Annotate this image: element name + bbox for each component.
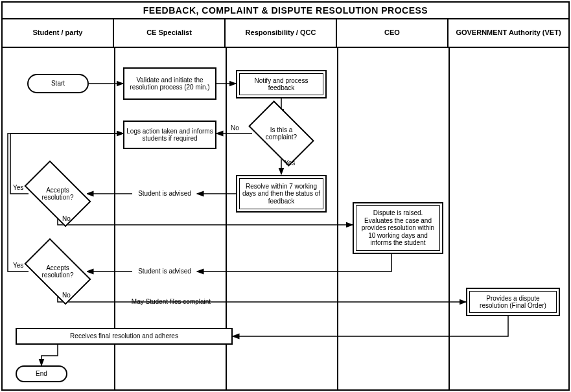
accept2-decision: Accepts resolution?: [29, 253, 87, 290]
gov-label: Provides a dispute resolution (Final Ord…: [469, 291, 557, 313]
accept1-label: Accepts resolution?: [30, 187, 85, 201]
gov-process: Provides a dispute resolution (Final Ord…: [466, 288, 560, 316]
edge-label-yes: Yes: [13, 262, 23, 269]
resolve-label: Resolve within 7 working days and then t…: [239, 178, 323, 209]
advise2-text: Student is advised: [132, 267, 197, 276]
is-complaint-decision: Is this a complaint?: [253, 115, 310, 152]
lane-student: Student / party: [3, 19, 114, 47]
resolve-process: Resolve within 7 working days and then t…: [236, 175, 327, 213]
accept2-label: Accepts resolution?: [30, 264, 85, 279]
lane-divider: [337, 48, 338, 389]
may-file-text: May Student files complaint: [119, 297, 223, 306]
ceo-process: Dispute is raised. Evaluates the case an…: [353, 202, 443, 254]
start-terminator: Start: [27, 74, 89, 93]
validate-process: Validate and initiate the resolution pro…: [123, 67, 216, 100]
is-complaint-label: Is this a complaint?: [255, 126, 308, 141]
final-process: Receives final resolution and adheres: [16, 328, 233, 345]
lane-government: GOVERNMENT Authority (VET): [449, 19, 568, 47]
edge-label-yes: Yes: [285, 159, 295, 167]
edge-label-no: No: [62, 292, 71, 299]
ceo-label: Dispute is raised. Evaluates the case an…: [356, 205, 440, 251]
edge-label-no: No: [231, 124, 239, 132]
accept1-decision: Accepts resolution?: [29, 176, 87, 212]
lane-divider: [449, 48, 450, 389]
diagram-body: Start Validate and initiate the resoluti…: [3, 48, 568, 389]
log-action-process: Logs action taken and informs students i…: [123, 121, 216, 149]
edge-label-yes: Yes: [13, 184, 23, 191]
lane-ce-specialist: CE Specialist: [114, 19, 226, 47]
diagram-title: FEEDBACK, COMPLAINT & DISPUTE RESOLUTION…: [3, 3, 568, 19]
lane-ceo: CEO: [337, 19, 449, 47]
notify-process: Notify and process feedback: [236, 70, 327, 98]
end-terminator: End: [16, 365, 67, 382]
diagram-frame: FEEDBACK, COMPLAINT & DISPUTE RESOLUTION…: [1, 1, 570, 391]
notify-label: Notify and process feedback: [239, 73, 323, 95]
edge-label-no: No: [62, 215, 71, 222]
advise1-text: Student is advised: [132, 189, 197, 198]
lane-responsibility: Responsibility / QCC: [226, 19, 337, 47]
lane-headers: Student / party CE Specialist Responsibi…: [3, 19, 568, 48]
